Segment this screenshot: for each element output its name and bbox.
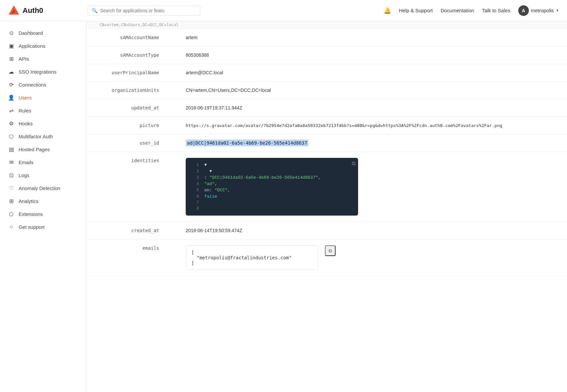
field-label: emails [86, 239, 172, 276]
sso-icon: ☁ [8, 69, 15, 75]
field-label: sAMAccountName [86, 29, 172, 46]
hosted-pages-icon: ▤ [8, 146, 15, 153]
talk-to-sales-link[interactable]: Talk to Sales [482, 8, 510, 13]
code-line-5: 5 on: "DCC", [186, 187, 358, 193]
search-input[interactable] [100, 8, 196, 13]
rules-icon: ⇌ [8, 107, 15, 114]
apis-icon: ⊞ [8, 56, 15, 62]
code-line-6: 6 false [186, 193, 358, 200]
page-header-breadcrumb: CN=artem,CN=Users,DC=DCC,DC=local [86, 21, 567, 29]
notification-bell-icon[interactable]: 🔔 [384, 7, 391, 14]
sidebar-item-label: Emails [19, 160, 33, 165]
field-value: artem [172, 29, 567, 46]
sidebar-item-label: APIs [19, 56, 29, 62]
navbar: Auth0 🔍 🔔 Help & Support Documentation T… [0, 0, 567, 21]
user-id-value[interactable]: ad|DCC|9461da02-6a5e-4b69-be26-565e414d8… [186, 140, 308, 146]
logo[interactable]: Auth0 [8, 5, 74, 17]
sidebar-item-users[interactable]: 👤 Users [0, 91, 86, 104]
field-row-created-at: created_at 2018-06-14T19:50:59.474Z [86, 222, 567, 239]
field-label: updated_at [86, 99, 172, 116]
sidebar-item-label: Applications [19, 43, 45, 49]
field-value: ⧉ 1 ▼ 2 ▼ 3 : "DCC|9461da02 [172, 152, 567, 222]
user-detail-content: sAMAccountName artem sAMAccountType 8053… [86, 29, 567, 276]
support-icon: ○ [8, 224, 15, 230]
field-row-picture: picture https://s.gravatar.com/avatar/7b… [86, 117, 567, 134]
field-value: 2018-06-14T19:50:59.474Z [172, 222, 567, 239]
logs-icon: ⊡ [8, 172, 15, 178]
search-bar[interactable]: 🔍 [88, 6, 200, 16]
sidebar-item-label: Get support [19, 224, 44, 230]
sidebar-item-rules[interactable]: ⇌ Rules [0, 104, 86, 117]
sidebar-item-label: Dashboard [19, 30, 43, 36]
sidebar-item-apis[interactable]: ⊞ APIs [0, 52, 86, 65]
field-value: ad|DCC|9461da02-6a5e-4b69-be26-565e414d8… [172, 134, 567, 152]
code-line-3: 3 : "DCC|9461da02-6a5e-4b69-be26-565e414… [186, 174, 358, 181]
field-value: artem@DCC.local [172, 64, 567, 81]
identities-code-block: ⧉ 1 ▼ 2 ▼ 3 : "DCC|9461da02 [186, 158, 358, 216]
logo-text: Auth0 [23, 6, 43, 15]
sidebar: ⊙ Dashboard ▣ Applications ⊞ APIs ☁ SSO … [0, 21, 86, 392]
sidebar-item-mfa[interactable]: ⬡ Multifactor Auth [0, 130, 86, 143]
field-label: userPrincipalName [86, 64, 172, 81]
layout: ⊙ Dashboard ▣ Applications ⊞ APIs ☁ SSO … [0, 0, 567, 392]
navbar-right: 🔔 Help & Support Documentation Talk to S… [384, 5, 559, 16]
hooks-icon: ⚙ [8, 120, 15, 127]
applications-icon: ▣ [8, 43, 15, 49]
copy-identities-button[interactable]: ⧉ [352, 161, 355, 166]
search-icon: 🔍 [92, 8, 97, 13]
sidebar-item-label: Multifactor Auth [19, 134, 53, 139]
code-line-8: 8 [186, 206, 358, 212]
field-row-organizationunits: organizationUnits CN=artem,CN=Users,DC=D… [86, 82, 567, 99]
anomaly-icon: ♡ [8, 185, 15, 191]
sidebar-item-applications[interactable]: ▣ Applications [0, 39, 86, 52]
sidebar-item-label: Anomaly Detection [19, 185, 60, 191]
extensions-icon: ⬡ [8, 211, 15, 217]
sidebar-item-label: Extensions [19, 211, 43, 217]
sidebar-item-hooks[interactable]: ⚙ Hooks [0, 117, 86, 130]
sidebar-item-label: SSO Integrations [19, 69, 56, 75]
sidebar-item-extensions[interactable]: ⬡ Extensions [0, 208, 86, 221]
sidebar-item-label: Users [19, 95, 31, 100]
sidebar-item-label: Analytics [19, 198, 38, 204]
connections-icon: ⟳ [8, 82, 15, 88]
code-line-1: 1 ▼ [186, 162, 358, 168]
avatar: A [518, 5, 529, 16]
field-value: CN=artem,CN=Users,DC=DCC,DC=local [172, 82, 567, 99]
mfa-icon: ⬡ [8, 133, 15, 140]
sidebar-item-label: Hosted Pages [19, 147, 50, 152]
help-support-link[interactable]: Help & Support [399, 8, 433, 13]
analytics-icon: ⊞ [8, 198, 15, 204]
field-label: user_id [86, 134, 172, 152]
dashboard-icon: ⊙ [8, 30, 15, 36]
sidebar-item-support[interactable]: ○ Get support [0, 221, 86, 233]
sidebar-item-dashboard[interactable]: ⊙ Dashboard [0, 27, 86, 39]
field-row-emails: emails [ "metropolis@fractalindustries.c… [86, 239, 567, 276]
field-label: picture [86, 117, 172, 134]
field-label: sAMAccountType [86, 46, 172, 64]
code-line-4: 4 "ad", [186, 181, 358, 187]
emails-value: "metropolis@fractalindustries.com" [191, 255, 313, 260]
user-menu[interactable]: A metropolis ▼ [518, 5, 559, 16]
code-line-2: 2 ▼ [186, 168, 358, 174]
sidebar-item-label: Hooks [19, 121, 33, 126]
chevron-down-icon: ▼ [556, 9, 559, 12]
sidebar-item-sso[interactable]: ☁ SSO Integrations [0, 65, 86, 78]
field-value: [ "metropolis@fractalindustries.com" ] ⧉ [172, 239, 567, 276]
sidebar-item-analytics[interactable]: ⊞ Analytics [0, 195, 86, 208]
field-row-samaccountname: sAMAccountName artem [86, 29, 567, 46]
sidebar-item-hosted-pages[interactable]: ▤ Hosted Pages [0, 143, 86, 156]
users-icon: 👤 [8, 95, 15, 101]
auth0-logo-icon [8, 5, 20, 17]
field-value: 2018-06-19T19:37:11.944Z [172, 99, 567, 116]
documentation-link[interactable]: Documentation [441, 8, 474, 13]
sidebar-item-connections[interactable]: ⟳ Connections [0, 78, 86, 91]
field-row-updated-at: updated_at 2018-06-19T19:37:11.944Z [86, 99, 567, 117]
emails-close-bracket: ] [191, 260, 313, 266]
emails-open-bracket: [ [191, 250, 313, 255]
sidebar-item-anomaly[interactable]: ♡ Anomaly Detection [0, 182, 86, 195]
field-row-userprincipalname: userPrincipalName artem@DCC.local [86, 64, 567, 82]
sidebar-item-logs[interactable]: ⊡ Logs [0, 169, 86, 182]
copy-emails-button[interactable]: ⧉ [325, 245, 336, 256]
sidebar-item-label: Logs [19, 172, 30, 178]
sidebar-item-emails[interactable]: ✉ Emails [0, 156, 86, 169]
